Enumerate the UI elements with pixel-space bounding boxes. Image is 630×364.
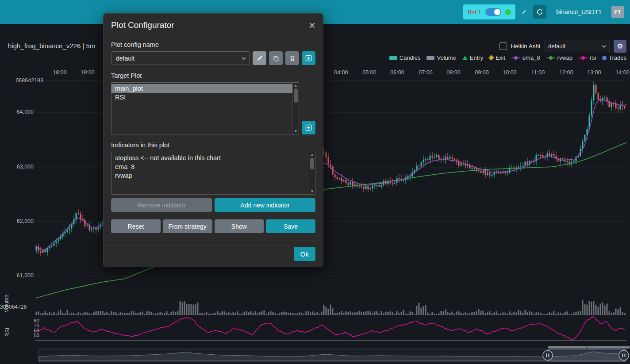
bot-online-dot <box>505 9 511 15</box>
rvwap-marker-icon <box>546 56 555 60</box>
config-name-select[interactable]: default <box>111 51 250 65</box>
ema_8-marker-icon <box>511 56 520 60</box>
scroll-up-icon[interactable]: ▲ <box>309 153 315 157</box>
legend-label: Volume <box>437 54 456 61</box>
scrollbar-thumb[interactable] <box>310 158 314 169</box>
chevron-down-icon <box>602 45 606 48</box>
target-plot-list[interactable]: main_plotRSI ▲ ▼ <box>111 82 299 134</box>
indicators-scrollbar[interactable]: ▲ ▼ <box>309 152 315 194</box>
ok-button[interactable]: Ok <box>294 247 315 261</box>
chart-hscrollbar[interactable] <box>548 346 630 349</box>
exit-marker-icon <box>488 55 494 61</box>
chart-controls: Heikin Ashi default ⚙ <box>499 40 626 53</box>
trades-marker-icon <box>602 56 607 60</box>
show-button[interactable]: Show <box>215 219 264 233</box>
indicators-label: Indicators in this plot <box>111 142 315 149</box>
legend-item-rvwap[interactable]: rvwap <box>546 54 573 61</box>
pair-label: binance_USDT1 <box>556 8 602 15</box>
target-plot-label: Target Plot <box>111 72 315 79</box>
scrollbar-thumb[interactable] <box>294 88 298 103</box>
from-strategy-button[interactable]: From strategy <box>163 219 212 233</box>
plot-configurator-button[interactable]: ⚙ <box>614 40 626 53</box>
indicator-option[interactable]: ema_8 <box>111 162 309 171</box>
datazoom-left-handle[interactable] <box>543 351 553 360</box>
rsi-axis-title: RSI <box>4 323 11 337</box>
plot-configurator-modal: Plot Configurator × Plot config name def… <box>103 13 323 267</box>
refresh-button[interactable] <box>533 5 546 19</box>
volume-axis-title: Volume <box>4 287 10 312</box>
add-new-indicator-button[interactable]: Add new indicator <box>215 198 315 212</box>
plus-square-icon <box>305 55 312 61</box>
datazoom-window[interactable] <box>548 349 626 361</box>
rsi-marker-icon <box>579 56 588 60</box>
add-plot-button[interactable] <box>302 121 315 134</box>
trash-icon <box>289 55 296 61</box>
scroll-down-icon[interactable]: ▼ <box>293 130 299 133</box>
legend-label: Trades <box>609 54 626 61</box>
copy-icon <box>273 55 279 61</box>
bot-toggle[interactable] <box>485 8 501 16</box>
target-plot-scrollbar[interactable]: ▲ ▼ <box>292 83 299 134</box>
reset-button[interactable]: Reset <box>111 219 161 233</box>
target-plot-option[interactable]: main_plot <box>111 84 293 93</box>
chevron-down-icon <box>242 57 246 60</box>
heikin-ashi-label: Heikin Ashi <box>511 43 540 50</box>
rsi-line <box>35 317 625 340</box>
indicator-option[interactable]: stoploss <-- not available in this chart <box>111 153 309 162</box>
refresh-icon <box>536 8 543 15</box>
legend-item-ema-8[interactable]: ema_8 <box>511 54 540 61</box>
legend-label: Exit <box>496 54 505 61</box>
legend-item-trades[interactable]: Trades <box>602 54 626 61</box>
volume-marker-icon <box>426 56 434 60</box>
plot-config-select[interactable]: default <box>544 41 610 52</box>
indicator-option[interactable]: rvwap <box>111 171 309 180</box>
legend-item-candles[interactable]: Candles <box>389 54 421 61</box>
modal-title: Plot Configurator <box>111 20 174 30</box>
legend-item-exit[interactable]: Exit <box>489 54 505 61</box>
target-plot-option[interactable]: RSI <box>111 93 293 102</box>
scroll-up-icon[interactable]: ▲ <box>293 84 299 87</box>
check-icon: ✓ <box>522 8 527 16</box>
legend-label: rsi <box>590 54 596 61</box>
remove-indicator-button[interactable]: Remove indicator <box>111 198 212 212</box>
chart-title: high_frog_binance_v226 | 5m <box>8 42 95 50</box>
duplicate-config-button[interactable] <box>269 51 283 65</box>
pencil-icon <box>257 55 263 61</box>
legend-item-entry[interactable]: Entry <box>462 54 483 61</box>
plot-config-name-label: Plot config name <box>111 41 315 48</box>
candles-marker-icon <box>389 56 397 60</box>
legend-label: rvwap <box>557 54 573 61</box>
legend-label: Candles <box>400 54 421 61</box>
delete-config-button[interactable] <box>285 51 299 65</box>
indicators-list[interactable]: stoploss <-- not available in this chart… <box>111 152 315 195</box>
save-button[interactable]: Save <box>266 219 315 233</box>
bot-name-label: Bot 1 <box>468 9 481 15</box>
gear-icon: ⚙ <box>617 42 623 50</box>
bot-selector[interactable]: Bot 1 <box>463 4 515 19</box>
legend-label: Entry <box>470 54 483 61</box>
heikin-ashi-checkbox[interactable] <box>499 42 507 50</box>
plus-square-icon <box>305 124 312 131</box>
entry-marker-icon <box>462 56 468 60</box>
close-icon[interactable]: × <box>309 21 315 30</box>
edit-config-button[interactable] <box>253 51 266 65</box>
modal-footer: Ok <box>104 241 323 267</box>
modal-header: Plot Configurator × <box>104 14 323 36</box>
legend: CandlesVolumeEntryExitema_8rvwaprsiTrade… <box>389 54 626 61</box>
add-config-button[interactable] <box>302 51 315 65</box>
toggle-knob <box>494 9 500 15</box>
datazoom-right-handle[interactable] <box>619 351 629 360</box>
legend-item-rsi[interactable]: rsi <box>579 54 596 61</box>
legend-item-volume[interactable]: Volume <box>426 54 456 61</box>
ft-logo[interactable]: FT <box>611 6 624 18</box>
legend-label: ema_8 <box>522 54 540 61</box>
scroll-down-icon[interactable]: ▼ <box>309 190 315 193</box>
